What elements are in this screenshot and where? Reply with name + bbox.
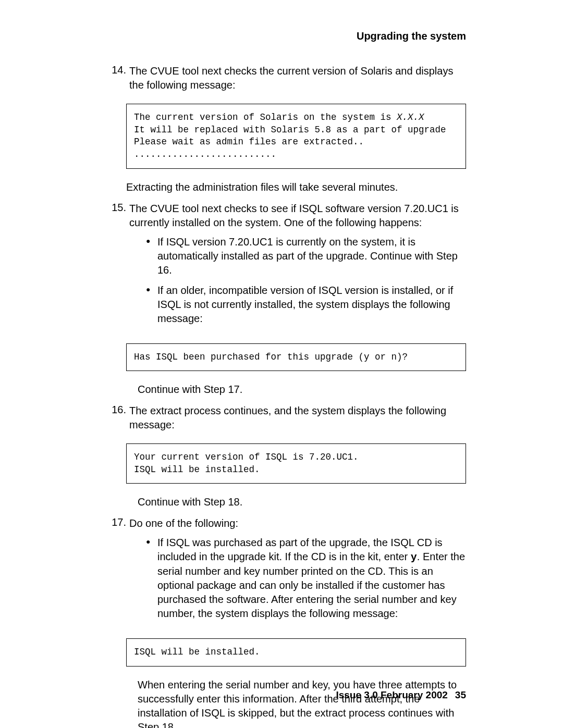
step-15-bullet-1: If ISQL version 7.20.UC1 is currently on…	[146, 235, 466, 277]
bullet-text-part-a: If ISQL was purchased as part of the upg…	[157, 537, 443, 562]
step-16: 16. The extract process continues, and t…	[109, 404, 466, 432]
step-17-code-box: ISQL will be installed.	[126, 638, 466, 667]
step-15-code-box: Has ISQL been purchased for this upgrade…	[126, 343, 466, 372]
step-17-bullets: If ISQL was purchased as part of the upg…	[146, 536, 466, 621]
page-header-title: Upgrading the system	[109, 30, 466, 42]
step-15: 15. The CVUE tool next checks to see if …	[109, 202, 466, 332]
step-15-bullet-2: If an older, incompatible version of ISQ…	[146, 283, 466, 326]
step-17: 17. Do one of the following: If ISQL was…	[109, 516, 466, 627]
footer-issue: Issue 3.0 February 2002	[336, 689, 447, 700]
code-line: The current version of Solaris on the sy…	[134, 112, 397, 122]
code-line: Please wait as admin files are extracted…	[134, 137, 364, 147]
step-15-text: The CVUE tool next checks to see if ISQL…	[129, 202, 466, 230]
code-variable: X.X.X	[397, 112, 424, 122]
step-17-text: Do one of the following:	[129, 516, 466, 530]
step-16-code-box: Your current version of ISQL is 7.20.UC1…	[126, 443, 466, 484]
step-16-text: The extract process continues, and the s…	[129, 404, 466, 432]
footer-page-number: 35	[455, 689, 466, 700]
step-16-continue: Continue with Step 18.	[138, 495, 466, 509]
step-15-bullets: If ISQL version 7.20.UC1 is currently on…	[146, 235, 466, 326]
step-14-code-box: The current version of Solaris on the sy…	[126, 104, 466, 169]
inline-code-y: y	[411, 551, 417, 563]
step-14: 14. The CVUE tool next checks the curren…	[109, 64, 466, 92]
step-17-after-text: When entering the serial number and key,…	[138, 678, 466, 728]
code-line: Has ISQL been purchased for this upgrade…	[134, 352, 408, 362]
code-line: It will be replaced with Solaris 5.8 as …	[134, 125, 446, 135]
code-line: ISQL will be installed.	[134, 464, 260, 475]
step-15-continue: Continue with Step 17.	[138, 382, 466, 397]
step-17-bullet-1: If ISQL was purchased as part of the upg…	[146, 536, 466, 621]
step-14-text: The CVUE tool next checks the current ve…	[129, 64, 466, 92]
step-14-number: 14.	[109, 64, 126, 92]
code-line: ..........................	[134, 149, 276, 159]
step-15-number: 15.	[109, 202, 126, 332]
code-line: Your current version of ISQL is 7.20.UC1…	[134, 452, 359, 462]
code-line: ISQL will be installed.	[134, 647, 260, 657]
step-17-number: 17.	[109, 516, 126, 627]
step-14-after-text: Extracting the administration files will…	[126, 180, 466, 194]
step-16-number: 16.	[109, 404, 126, 432]
page-footer: Issue 3.0 February 200235	[336, 689, 466, 701]
